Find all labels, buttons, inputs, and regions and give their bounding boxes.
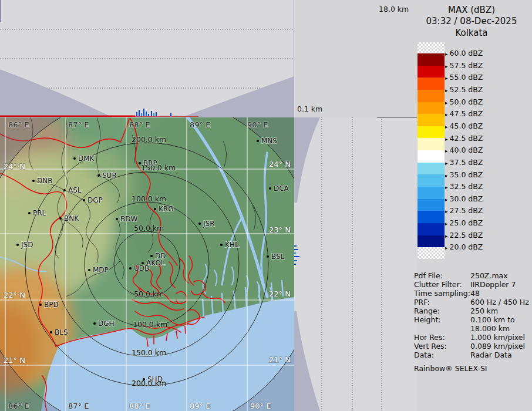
top-height-profile-panel xyxy=(0,0,294,117)
tick-arrow-icon: ▸ xyxy=(445,184,448,190)
info-row: 18.000 km xyxy=(414,324,531,333)
city-label: BPD xyxy=(44,301,59,309)
dbz-color-band xyxy=(417,199,445,211)
tick-arrow-icon: ▸ xyxy=(445,51,448,57)
city-dot xyxy=(73,157,76,160)
lon-label-top: 86° E xyxy=(8,120,29,129)
city-dot xyxy=(257,140,259,142)
overflow-band-low xyxy=(417,247,445,259)
city-label: MDP xyxy=(93,266,109,274)
dbz-color-band xyxy=(417,150,445,163)
city-dot xyxy=(63,189,66,191)
legend-panel: MAX (dBZ) 03:32 / 08-Dec-2025 Kolkata ▸6… xyxy=(411,0,532,411)
info-row: Time sampling:48 xyxy=(414,289,531,298)
dbz-tick-label: ▸25.0 dBZ xyxy=(445,218,483,227)
dbz-color-band xyxy=(417,126,445,139)
city-dot xyxy=(269,187,271,190)
info-value: 250Z.max xyxy=(470,271,531,280)
info-label: PRF: xyxy=(414,298,470,306)
city-label: DGP xyxy=(87,196,103,204)
city-label: DCA xyxy=(274,184,289,193)
dbz-color-band xyxy=(417,78,445,90)
tick-arrow-icon: ▸ xyxy=(445,233,448,239)
info-value: 1.000 km/pixel xyxy=(470,333,531,342)
city-label: DGH xyxy=(98,319,115,328)
dbz-color-band xyxy=(417,66,445,78)
radar-map-panel: 86° E87° E88° E89° E90° E86° E87° E88° E… xyxy=(0,117,294,411)
dbz-tick-label: ▸50.0 dBZ xyxy=(445,97,483,106)
dbz-tick-label: ▸47.5 dBZ xyxy=(445,109,483,118)
dbz-tick-label: ▸55.0 dBZ xyxy=(445,73,483,82)
info-value: 18.000 km xyxy=(470,324,531,333)
info-value: 600 Hz / 450 Hz xyxy=(470,298,531,306)
dbz-tick-label: ▸60.0 dBZ xyxy=(445,49,483,58)
dbz-tick-label: ▸52.5 dBZ xyxy=(445,85,483,94)
dbz-color-band xyxy=(417,187,445,199)
tick-arrow-icon: ▸ xyxy=(445,136,448,142)
height-axis-min-label: 0.1 km xyxy=(297,105,322,113)
info-label: Range: xyxy=(414,306,470,315)
info-value: 48 xyxy=(470,289,531,298)
city-label: BRP xyxy=(143,159,157,167)
city-dot xyxy=(139,162,141,164)
city-label: KRG xyxy=(159,205,174,213)
dbz-tick-label: ▸42.5 dBZ xyxy=(445,134,483,143)
info-value: Radar Data xyxy=(470,351,531,359)
dbz-color-band xyxy=(417,223,445,235)
right-height-profile-panel xyxy=(294,117,417,411)
city-label: DMK xyxy=(78,154,95,163)
scan-datetime: 03:32 / 08-Dec-2025 xyxy=(411,16,532,27)
tick-arrow-icon: ▸ xyxy=(445,112,448,117)
range-ring-label: 200.0 km xyxy=(132,135,166,144)
dbz-tick-label: ▸40.0 dBZ xyxy=(445,146,483,154)
tick-arrow-icon: ▸ xyxy=(445,75,448,81)
city-dot xyxy=(143,378,145,380)
dbz-tick-label: ▸30.0 dBZ xyxy=(445,194,483,203)
lon-label-bottom: 86° E xyxy=(8,402,29,410)
product-info-table: Pdf File:250Z.maxClutter Filter:IIRDoppl… xyxy=(414,271,531,359)
city-label: JSD xyxy=(21,241,33,249)
city-dot xyxy=(220,244,223,246)
dbz-color-band xyxy=(417,114,445,126)
dbz-color-band xyxy=(417,235,445,248)
dbz-tick-labels: ▸60.0 dBZ▸57.5 dBZ▸55.0 dBZ▸52.5 dBZ▸50.… xyxy=(445,42,516,260)
city-dot xyxy=(50,331,52,333)
lon-label-top: 87° E xyxy=(68,120,89,129)
tick-arrow-icon: ▸ xyxy=(445,87,448,93)
info-label: Vert Res: xyxy=(414,342,470,351)
software-brand-label: Rainbow® SELEX-SI xyxy=(414,364,487,373)
city-dot xyxy=(129,267,132,269)
dbz-tick-label: ▸57.5 dBZ xyxy=(445,61,483,70)
city-dot xyxy=(198,223,201,225)
lon-label-top: 90° E xyxy=(247,120,268,129)
city-dot xyxy=(93,322,96,325)
info-label: Hor Res: xyxy=(414,333,470,342)
info-value: 0.089 km/pixel xyxy=(470,342,531,351)
lon-label-bottom: 87° E xyxy=(68,402,89,410)
info-row: Clutter Filter:IIRDoppler 7 xyxy=(414,280,531,289)
lon-label-bottom: 90° E xyxy=(250,402,271,410)
city-dot xyxy=(150,255,153,257)
city-label: KHL xyxy=(225,241,239,249)
lat-label-left: 22° N xyxy=(4,291,25,299)
dbz-tick-label: ▸45.0 dBZ xyxy=(445,122,483,130)
dbz-color-band xyxy=(417,163,445,175)
city-label: DNB xyxy=(37,177,52,185)
product-title: MAX (dBZ) xyxy=(411,5,532,16)
tick-arrow-icon: ▸ xyxy=(445,197,448,203)
radar-app-window: { "profiles": { "max_height_label": "18.… xyxy=(0,0,532,411)
info-row: PRF:600 Hz / 450 Hz xyxy=(414,298,531,306)
dbz-tick-label: ▸32.5 dBZ xyxy=(445,182,483,191)
tick-arrow-icon: ▸ xyxy=(445,208,448,214)
lat-label-right: 22° N xyxy=(269,289,291,298)
dbz-color-band xyxy=(417,138,445,150)
range-ring-label: 100.0 km xyxy=(133,320,167,329)
dbz-tick-label: ▸37.5 dBZ xyxy=(445,158,483,167)
lat-label-right: 24° N xyxy=(269,160,291,169)
city-label: BNK xyxy=(64,214,79,223)
city-dot xyxy=(97,174,100,177)
dbz-color-band xyxy=(417,174,445,187)
tick-arrow-icon: ▸ xyxy=(445,124,448,130)
lon-label-bottom: 88° E xyxy=(129,402,150,410)
info-label: Data: xyxy=(414,351,470,359)
